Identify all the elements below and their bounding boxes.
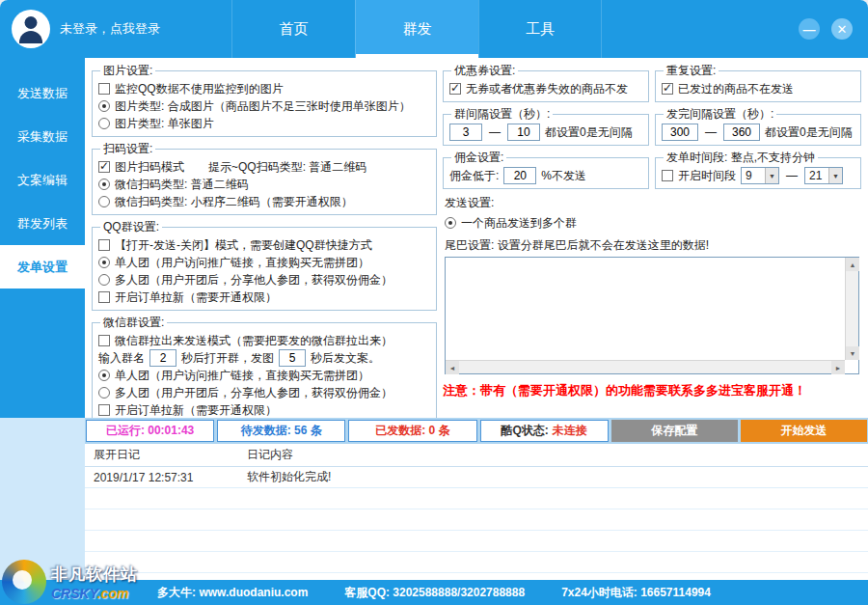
coolq-status-value: 未连接 bbox=[553, 423, 587, 439]
image-scan-mode-checkbox[interactable] bbox=[98, 161, 110, 173]
time-from-select[interactable]: 9 ▼ bbox=[741, 167, 779, 184]
sidebar-item-copy-edit[interactable]: 文案编辑 bbox=[0, 158, 85, 202]
group-title: 发完间隔设置（秒）: bbox=[664, 106, 776, 123]
start-send-button[interactable]: 开始发送 bbox=[741, 420, 867, 442]
checkbox-label: 已发过的商品不在发送 bbox=[678, 81, 794, 97]
scroll-left-icon[interactable]: ◄ bbox=[446, 361, 459, 374]
scroll-down-icon[interactable]: ▼ bbox=[846, 346, 859, 360]
image-settings-group: 图片设置: 监控QQ数据不使用监控到的图片 图片类型: 合成图片（商品图片不足三… bbox=[92, 63, 437, 137]
group-title: 群间隔设置（秒）: bbox=[451, 106, 553, 123]
avatar-head bbox=[25, 16, 38, 29]
log-area: 展开日记 日记内容 2019/1/17 12:57:31 软件初始化完成! bbox=[85, 444, 868, 580]
save-config-button[interactable]: 保存配置 bbox=[611, 420, 738, 442]
tab-group-send[interactable]: 群发 bbox=[355, 0, 478, 58]
interval-row: — 都设置0是无间隔 bbox=[449, 124, 642, 141]
select-value: 21 bbox=[805, 168, 828, 183]
settings-panel: 图片设置: 监控QQ数据不使用监控到的图片 图片类型: 合成图片（商品图片不足三… bbox=[85, 58, 868, 418]
scan-settings-group: 扫码设置: 图片扫码模式 提示~QQ扫码类型: 普通二维码 微信扫码类型: 普通… bbox=[92, 141, 437, 215]
radio-row: 图片类型: 单张图片 bbox=[98, 115, 430, 132]
radio-row: 单人团（用户访问推广链接，直接购买无需拼团） bbox=[98, 254, 430, 271]
wechat-normal-qr-radio[interactable] bbox=[98, 179, 110, 190]
open-delay-input[interactable] bbox=[149, 349, 176, 367]
vertical-scrollbar[interactable]: ▲ ▼ bbox=[845, 258, 858, 360]
coolq-status: 酷Q状态: 未连接 bbox=[480, 420, 609, 442]
sidebar-item-send-data[interactable]: 发送数据 bbox=[0, 71, 85, 115]
tab-tools[interactable]: 工具 bbox=[478, 0, 602, 58]
time-range-checkbox[interactable] bbox=[662, 170, 673, 181]
qq-single-buyer-radio[interactable] bbox=[98, 257, 110, 268]
settings-row: 优惠券设置: 无券或者优惠券失效的商品不发 重复设置: 已发过的商品不在发送 bbox=[443, 63, 861, 102]
open-send-close-checkbox[interactable] bbox=[98, 239, 110, 251]
main-nav: 首页 群发 工具 bbox=[231, 0, 602, 58]
login-link[interactable]: 未登录，点我登录 bbox=[60, 20, 160, 38]
log-header: 展开日记 日记内容 bbox=[85, 444, 868, 467]
group-title: 佣金设置: bbox=[451, 150, 506, 166]
radio-label: 微信扫码类型: 普通二维码 bbox=[115, 177, 249, 193]
send-mode-section: 发送设置: 一个商品发送到多个群 bbox=[443, 193, 861, 232]
log-header-expand[interactable]: 展开日记 bbox=[85, 447, 239, 463]
monitor-image-checkbox[interactable] bbox=[98, 83, 110, 95]
checkbox-label: 开启订单拉新（需要开通权限） bbox=[115, 289, 277, 306]
group-interval-max-input[interactable] bbox=[507, 124, 540, 141]
radio-row: 单人团（用户访问推广链接，直接购买无需拼团） bbox=[98, 367, 430, 384]
radio-label: 单人团（用户访问推广链接，直接购买无需拼团） bbox=[115, 368, 369, 384]
scroll-up-icon[interactable]: ▲ bbox=[846, 258, 859, 271]
wechat-pullout-checkbox[interactable] bbox=[98, 335, 110, 346]
user-avatar-icon[interactable] bbox=[12, 10, 50, 48]
group-interval-min-input[interactable] bbox=[449, 124, 482, 141]
chevron-down-icon: ▼ bbox=[765, 168, 778, 183]
group-title: 微信群设置: bbox=[100, 315, 167, 331]
repeat-settings-group: 重复设置: 已发过的商品不在发送 bbox=[655, 63, 861, 102]
time-range-group: 发单时间段: 整点,不支持分钟 开启时间段 9 ▼ — 21 bbox=[655, 150, 861, 189]
minimize-button[interactable]: — bbox=[799, 18, 820, 40]
footer-bar: 多大牛: www.duodaniu.com 客服QQ: 3202588888/3… bbox=[0, 580, 868, 605]
close-button[interactable]: ✕ bbox=[831, 18, 853, 40]
wechat-multi-buyer-radio[interactable] bbox=[98, 387, 110, 399]
text-delay-input[interactable] bbox=[279, 349, 306, 367]
wechat-timing-row: 输入群名 秒后打开群，发图 秒后发文案。 bbox=[98, 349, 430, 367]
wechat-order-pull-checkbox[interactable] bbox=[98, 404, 110, 416]
send-interval-max-input[interactable] bbox=[723, 124, 760, 141]
no-repeat-checkbox[interactable] bbox=[662, 83, 673, 95]
tail-textarea[interactable] bbox=[446, 258, 845, 360]
wechat-miniapp-qr-radio[interactable] bbox=[98, 196, 110, 207]
timing-label: 秒后打开群，发图 bbox=[181, 350, 274, 367]
sidebar-item-send-list[interactable]: 群发列表 bbox=[0, 202, 85, 245]
tab-home[interactable]: 首页 bbox=[231, 0, 355, 58]
one-product-multi-group-radio[interactable] bbox=[445, 217, 456, 229]
radio-row: 多人团（用户开团后，分享他人参团，获得双份佣金） bbox=[98, 384, 430, 401]
send-interval-min-input[interactable] bbox=[662, 124, 698, 141]
group-interval-group: 群间隔设置（秒）: — 都设置0是无间隔 bbox=[443, 106, 649, 146]
time-to-select[interactable]: 21 ▼ bbox=[804, 167, 843, 184]
horizontal-scrollbar[interactable]: ◄ ► bbox=[446, 360, 845, 373]
group-title: 重复设置: bbox=[664, 63, 719, 79]
no-coupon-skip-checkbox[interactable] bbox=[449, 83, 461, 95]
radio-row: 一个商品发送到多个群 bbox=[445, 214, 859, 232]
select-value: 9 bbox=[742, 168, 765, 183]
composite-image-radio[interactable] bbox=[98, 100, 110, 112]
checkbox-label: 开启订单拉新（需要开通权限） bbox=[115, 402, 277, 419]
window-body: 发送数据 采集数据 文案编辑 群发列表 发单设置 图片设置: 监控QQ数据不使用… bbox=[0, 58, 868, 580]
footer-qq: 客服QQ: 3202588888/3202788888 bbox=[344, 585, 525, 601]
commission-threshold-input[interactable] bbox=[503, 167, 536, 184]
wechat-single-buyer-radio[interactable] bbox=[98, 370, 110, 381]
checkbox-label: 开启时间段 bbox=[678, 168, 736, 184]
wechat-group-settings-group: 微信群设置: 微信群拉出来发送模式（需要把要发的微信群拉出来） 输入群名 秒后打… bbox=[92, 315, 437, 418]
single-image-radio[interactable] bbox=[98, 118, 110, 129]
log-row[interactable]: 2019/1/17 12:57:31 软件初始化完成! bbox=[85, 467, 868, 488]
qq-multi-buyer-radio[interactable] bbox=[98, 274, 110, 286]
sidebar-item-order-settings[interactable]: 发单设置 bbox=[0, 245, 85, 289]
sidebar-item-collect-data[interactable]: 采集数据 bbox=[0, 115, 85, 158]
send-interval-group: 发完间隔设置（秒）: — 都设置0是无间隔 bbox=[655, 106, 861, 146]
qq-order-pull-checkbox[interactable] bbox=[98, 291, 110, 303]
window-controls: — ✕ bbox=[799, 18, 853, 40]
sent-data-count: 已发数据: 0 条 bbox=[348, 420, 476, 442]
interval-hint: 都设置0是无间隔 bbox=[545, 124, 633, 141]
section-title: 发送设置: bbox=[445, 195, 859, 211]
range-dash: — bbox=[786, 169, 798, 182]
commission-settings-group: 佣金设置: 佣金低于: %不发送 bbox=[443, 150, 649, 189]
group-title: 优惠券设置: bbox=[451, 63, 518, 79]
scroll-right-icon[interactable]: ► bbox=[831, 361, 845, 374]
radio-label: 图片类型: 合成图片（商品图片不足三张时使用单张图片） bbox=[115, 98, 411, 115]
radio-label: 多人团（用户开团后，分享他人参团，获得双份佣金） bbox=[115, 272, 393, 289]
